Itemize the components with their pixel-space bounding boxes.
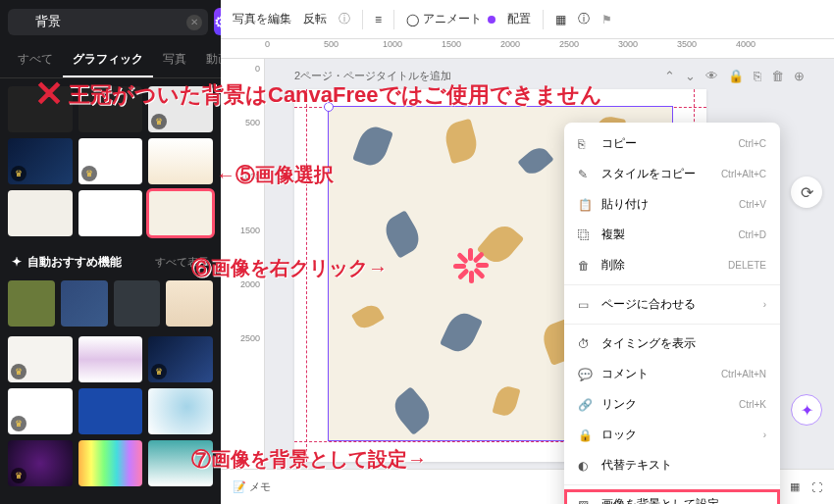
asset-thumb[interactable] [78, 336, 143, 382]
sidebar: 🔍 ✕ ⚙ すべて グラフィック 写真 動画 図形 ♛ ♛ ♛ ✦ 自動おすすめ… [0, 0, 221, 504]
crown-icon: ♛ [11, 416, 26, 431]
asset-thumb[interactable] [78, 86, 143, 132]
chevron-up-icon[interactable]: ⌃ [664, 69, 675, 83]
ctx-comment[interactable]: 💬コメントCtrl+Alt+N [564, 359, 780, 389]
main-area: 写真を編集 反転 ⓘ ≡ ◯ アニメート 配置 ▦ ⓘ ⚑ 0500100015… [221, 0, 834, 504]
crown-icon: ♛ [151, 114, 167, 129]
position-button[interactable]: 配置 [507, 11, 531, 27]
recommend-thumb[interactable] [166, 280, 213, 328]
chevron-down-icon[interactable]: ⌄ [685, 69, 696, 83]
eye-icon[interactable]: 👁 [705, 69, 718, 83]
add-page-icon[interactable]: ⊕ [794, 69, 805, 83]
asset-thumb[interactable]: ♛ [8, 388, 73, 434]
tab-all[interactable]: すべて [8, 43, 63, 77]
lock-page-icon[interactable]: 🔒 [728, 69, 744, 83]
asset-thumb[interactable] [148, 440, 213, 486]
ctx-set-background[interactable]: ▨画像を背景として設定 [564, 489, 780, 504]
asset-thumb[interactable] [78, 440, 143, 486]
asset-thumb[interactable] [148, 388, 213, 434]
asset-thumb[interactable] [8, 190, 73, 236]
page-title[interactable]: 2ページ・ページタイトルを追加 [294, 69, 451, 83]
asset-thumb[interactable]: ♛ [148, 336, 213, 382]
flip-button[interactable]: 反転 [303, 11, 327, 27]
ctx-alt-text[interactable]: ◐代替テキスト [564, 450, 780, 480]
crown-icon: ♛ [11, 468, 26, 483]
search-bar: 🔍 ✕ ⚙ [0, 0, 221, 43]
recommend-section: ✦ 自動おすすめ機能 すべて表示 [0, 244, 221, 275]
search-input[interactable] [8, 9, 208, 35]
fullscreen-icon[interactable]: ⛶ [811, 481, 822, 493]
results-grid: ♛ ♛ ♛ [0, 78, 221, 244]
transparency-icon[interactable]: ▦ [555, 13, 566, 26]
asset-thumb[interactable]: ♛ [8, 440, 73, 486]
recommend-thumb[interactable] [8, 280, 55, 328]
asset-thumb[interactable] [78, 388, 143, 434]
delete-page-icon[interactable]: 🗑 [771, 69, 784, 83]
see-all-link[interactable]: すべて表示 [155, 255, 209, 270]
info-icon[interactable]: ⓘ [339, 11, 350, 27]
recommend-thumb[interactable] [61, 280, 108, 328]
asset-thumb[interactable]: ♛ [148, 86, 213, 132]
sidebar-tabs: すべて グラフィック 写真 動画 図形 [0, 43, 221, 78]
magic-button[interactable]: ✦ [791, 394, 822, 426]
asset-thumb[interactable] [78, 190, 143, 236]
annotation-x-icon: ✕ [34, 74, 64, 115]
ruler-vertical: 05001000150020002500 [221, 59, 265, 469]
recommend-thumb[interactable] [114, 280, 161, 328]
edit-photo-button[interactable]: 写真を編集 [233, 11, 291, 27]
tab-graphic[interactable]: グラフィック [63, 43, 153, 77]
clear-search-icon[interactable]: ✕ [186, 15, 202, 30]
crown-icon: ♛ [151, 364, 167, 379]
ctx-link[interactable]: 🔗リンクCtrl+K [564, 389, 780, 420]
context-menu: ⎘コピーCtrl+C ✎スタイルをコピーCtrl+Alt+C 📋貼り付けCtrl… [564, 123, 780, 504]
align-icon[interactable]: ≡ [375, 13, 382, 26]
asset-thumb[interactable]: ♛ [8, 138, 73, 184]
ctx-lock[interactable]: 🔒ロック› [564, 420, 780, 450]
section-title: 自動おすすめ機能 [27, 254, 122, 271]
ctx-delete[interactable]: 🗑削除DELETE [564, 250, 780, 280]
annotation-cursor-spinner [453, 248, 489, 283]
asset-thumb-selected[interactable] [148, 190, 213, 236]
top-toolbar: 写真を編集 反転 ⓘ ≡ ◯ アニメート 配置 ▦ ⓘ ⚑ [221, 0, 834, 39]
asset-thumb[interactable] [148, 138, 213, 184]
asset-thumb[interactable]: ♛ [8, 336, 73, 382]
ctx-copy-style[interactable]: ✎スタイルをコピーCtrl+Alt+C [564, 159, 780, 189]
page-header: 2ページ・ページタイトルを追加 ⌃ ⌄ 👁 🔒 ⎘ 🗑 ⊕ [294, 69, 805, 83]
info2-icon[interactable]: ⓘ [578, 11, 590, 27]
notes-button[interactable]: 📝 メモ [233, 479, 271, 494]
lock-tb-icon[interactable]: ⚑ [601, 13, 612, 26]
ruler-horizontal: 05001000150020002500300035004000 [221, 39, 834, 59]
tab-photo[interactable]: 写真 [153, 43, 196, 77]
ctx-fit-page[interactable]: ▭ページに合わせる› [564, 289, 780, 320]
ctx-paste[interactable]: 📋貼り付けCtrl+V [564, 189, 780, 220]
asset-thumb[interactable]: ♛ [78, 138, 143, 184]
sync-button[interactable]: ⟳ [791, 176, 822, 208]
grid-view-icon[interactable]: ▦ [790, 480, 800, 493]
ctx-duplicate[interactable]: ⿻複製Ctrl+D [564, 220, 780, 250]
ctx-timing[interactable]: ⏱タイミングを表示 [564, 328, 780, 359]
crown-icon: ♛ [11, 166, 26, 181]
crown-icon: ♛ [81, 166, 97, 181]
duplicate-page-icon[interactable]: ⎘ [754, 69, 761, 83]
ctx-copy[interactable]: ⎘コピーCtrl+C [564, 128, 780, 159]
animate-button[interactable]: ◯ アニメート [406, 11, 495, 27]
crown-icon: ♛ [11, 364, 26, 379]
